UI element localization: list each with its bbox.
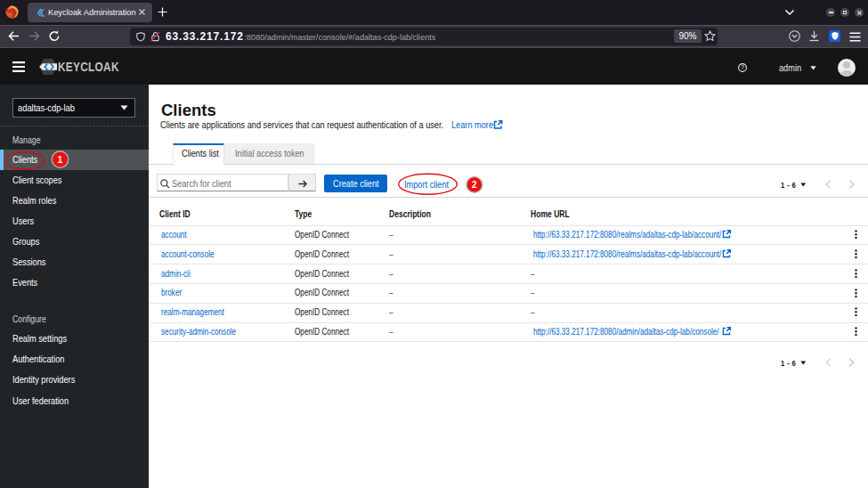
svg-text:2: 2 [472,180,477,190]
svg-text:1: 1 [58,154,63,165]
